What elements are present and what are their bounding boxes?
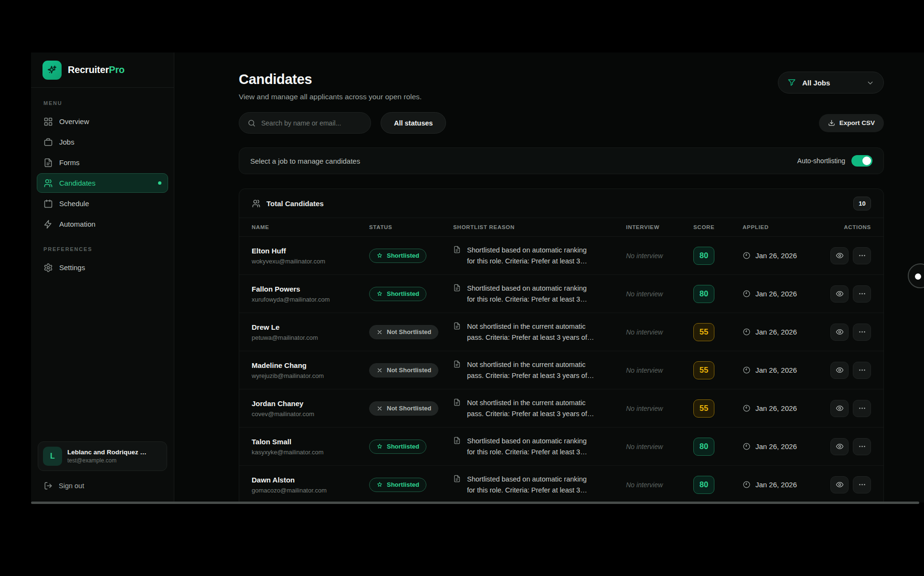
calendar-icon: [43, 199, 53, 209]
eye-icon: [836, 290, 844, 298]
floating-widget-dot: [915, 273, 921, 280]
view-candidate-button[interactable]: [830, 476, 849, 493]
status-badge-label: Shortlisted: [387, 481, 419, 488]
table-row: Drew Le petuwa@mailinator.com Not Shortl…: [239, 313, 883, 351]
candidate-count-badge: 10: [853, 197, 871, 210]
view-candidate-button[interactable]: [830, 324, 849, 341]
avatar: L: [43, 447, 62, 466]
status-filter-label: All statuses: [394, 119, 433, 127]
gear-icon: [43, 263, 53, 272]
search-box[interactable]: [239, 112, 371, 134]
banner-message: Select a job to manage candidates: [250, 157, 360, 165]
sidebar-item-candidates[interactable]: Candidates: [37, 173, 168, 193]
user-card[interactable]: L Leblanc and Rodriquez Tra... test@exam…: [38, 441, 167, 471]
score-badge: 55: [693, 323, 714, 341]
star-icon: [376, 482, 383, 488]
status-filter-button[interactable]: All statuses: [381, 112, 446, 134]
search-input[interactable]: [261, 119, 362, 127]
view-candidate-button[interactable]: [830, 247, 849, 264]
sidebar-item-overview[interactable]: Overview: [37, 112, 168, 131]
column-header-score: SCORE: [693, 224, 743, 230]
page-header: Candidates View and manage all applicant…: [239, 72, 884, 101]
status-badge-label: Not Shortlisted: [387, 405, 431, 412]
ellipsis-icon: [858, 366, 866, 374]
score-badge: 80: [693, 438, 714, 456]
score-badge: 55: [693, 399, 714, 418]
eye-icon: [836, 442, 844, 450]
briefcase-icon: [43, 137, 53, 147]
score-badge: 80: [693, 476, 714, 494]
eye-icon: [836, 481, 844, 489]
shortlist-reason: Shortlisted based on automatic ranking f…: [467, 474, 598, 495]
score-badge: 80: [693, 247, 714, 265]
brand-header: RecruiterPro: [31, 52, 174, 88]
document-icon: [453, 398, 461, 406]
file-text-icon: [43, 158, 53, 168]
search-icon: [247, 119, 256, 127]
sidebar-item-label: Forms: [59, 158, 80, 167]
shortlist-reason: Not shortlisted in the current automatic…: [467, 359, 605, 381]
export-csv-button[interactable]: Export CSV: [819, 114, 884, 132]
eye-icon: [836, 366, 844, 374]
export-csv-label: Export CSV: [839, 119, 875, 126]
candidate-email: wyrejuzib@mailinator.com: [252, 372, 369, 379]
job-filter-dropdown[interactable]: All Jobs: [778, 72, 884, 94]
job-select-banner: Select a job to manage candidates Auto-s…: [239, 147, 884, 174]
document-icon: [453, 437, 461, 444]
applied-date: Jan 26, 2026: [755, 442, 797, 450]
clock-icon: [743, 442, 751, 450]
active-indicator-dot: [158, 181, 161, 185]
sparkle-icon: [46, 64, 58, 76]
star-icon: [376, 252, 383, 259]
table-row: Dawn Alston gomacozo@mailinator.com Shor…: [239, 466, 883, 503]
document-icon: [453, 475, 461, 482]
ellipsis-icon: [858, 328, 866, 336]
candidates-table-card: Total Candidates 10 NAME STATUS SHORTLIS…: [239, 189, 884, 503]
table-row: Elton Huff wokyvexu@mailinator.com Short…: [239, 237, 883, 275]
sidebar-item-settings[interactable]: Settings: [37, 258, 168, 277]
view-candidate-button[interactable]: [830, 362, 849, 379]
sidebar-item-label: Overview: [59, 117, 89, 126]
row-menu-button[interactable]: [853, 476, 871, 493]
sidebar-item-jobs[interactable]: Jobs: [37, 132, 168, 152]
view-candidate-button[interactable]: [830, 438, 849, 455]
candidate-name: Madeline Chang: [252, 361, 369, 369]
sidebar-item-label: Candidates: [59, 179, 96, 187]
column-header-status: STATUS: [369, 224, 453, 230]
x-icon: [376, 405, 383, 412]
row-menu-button[interactable]: [853, 438, 871, 455]
interview-status: No interview: [626, 443, 693, 450]
brand-name: RecruiterPro: [68, 64, 125, 75]
row-menu-button[interactable]: [853, 362, 871, 379]
row-menu-button[interactable]: [853, 247, 871, 264]
sidebar-item-schedule[interactable]: Schedule: [37, 194, 168, 213]
star-icon: [376, 443, 383, 450]
sign-out-button[interactable]: Sign out: [31, 477, 174, 503]
status-badge: Not Shortlisted: [369, 325, 438, 339]
auto-shortlisting-toggle[interactable]: [851, 155, 872, 167]
job-filter-value: All Jobs: [802, 79, 830, 87]
row-menu-button[interactable]: [853, 400, 871, 417]
shortlist-reason: Shortlisted based on automatic ranking f…: [467, 436, 598, 457]
ellipsis-icon: [858, 442, 866, 450]
sidebar-item-automation[interactable]: Automation: [37, 214, 168, 234]
main-nav: Overview Jobs Forms Candidates Schedule: [31, 112, 174, 234]
status-badge: Shortlisted: [369, 478, 426, 492]
candidate-email: petuwa@mailinator.com: [252, 334, 369, 341]
status-badge-label: Not Shortlisted: [387, 328, 431, 335]
status-badge: Shortlisted: [369, 440, 426, 454]
row-menu-button[interactable]: [853, 324, 871, 341]
column-header-reason: SHORTLIST REASON: [453, 224, 626, 230]
interview-status: No interview: [626, 328, 693, 336]
table-row: Madeline Chang wyrejuzib@mailinator.com …: [239, 351, 883, 389]
horizontal-scrollbar[interactable]: [31, 502, 919, 504]
view-candidate-button[interactable]: [830, 400, 849, 417]
interview-status: No interview: [626, 367, 693, 374]
row-menu-button[interactable]: [853, 285, 871, 303]
sidebar-item-label: Automation: [59, 220, 96, 228]
ellipsis-icon: [858, 481, 866, 489]
sidebar-item-forms[interactable]: Forms: [37, 153, 168, 172]
status-badge: Not Shortlisted: [369, 363, 438, 377]
view-candidate-button[interactable]: [830, 285, 849, 303]
grid-icon: [43, 117, 53, 126]
